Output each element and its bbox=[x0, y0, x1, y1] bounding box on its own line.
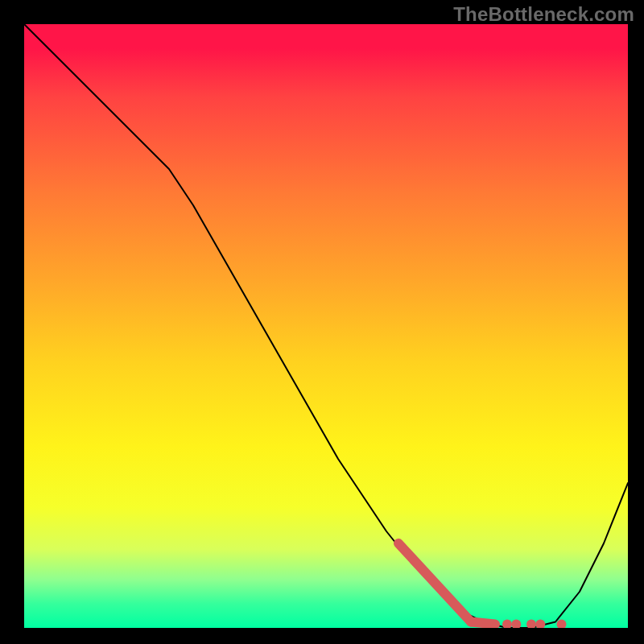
highlight-dot bbox=[557, 620, 567, 629]
highlight-dot bbox=[535, 620, 545, 629]
highlight-dot bbox=[511, 620, 521, 629]
bottleneck-curve bbox=[24, 24, 628, 628]
highlight-dot bbox=[502, 620, 512, 629]
plot-overlay bbox=[24, 24, 628, 628]
highlight-group bbox=[398, 543, 567, 628]
chart-frame: TheBottleneck.com bbox=[0, 0, 644, 644]
highlight-segment bbox=[398, 543, 471, 622]
watermark-text: TheBottleneck.com bbox=[453, 3, 634, 26]
highlight-dot bbox=[526, 620, 536, 629]
highlight-segment bbox=[471, 622, 495, 625]
plot-area bbox=[24, 24, 628, 628]
